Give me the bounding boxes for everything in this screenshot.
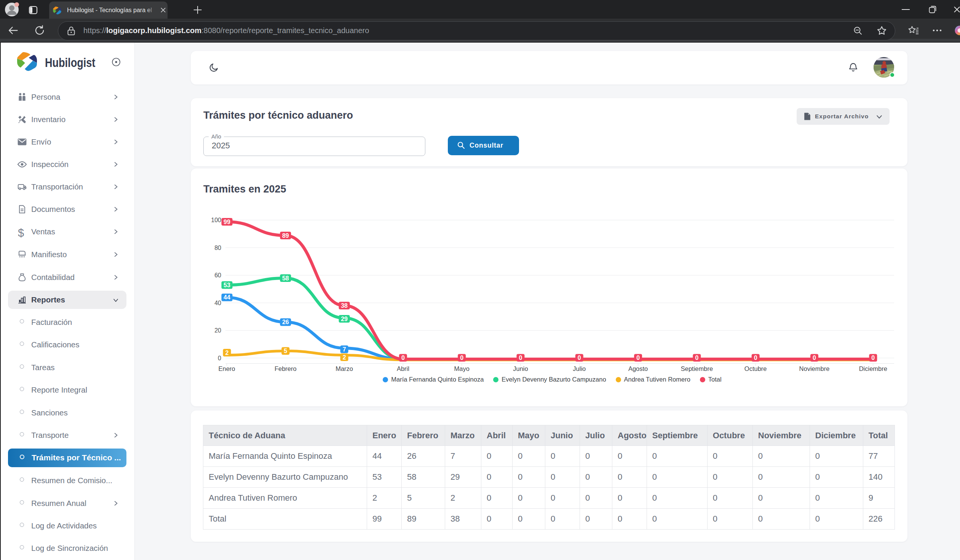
svg-text:99: 99: [224, 219, 230, 225]
svg-text:40: 40: [214, 300, 221, 306]
svg-text:60: 60: [214, 272, 221, 279]
svg-text:Diciembre: Diciembre: [859, 365, 887, 372]
svg-text:2: 2: [343, 354, 346, 361]
svg-text:0: 0: [695, 354, 698, 361]
svg-text:0: 0: [578, 354, 581, 361]
svg-text:0: 0: [519, 354, 522, 361]
svg-text:5: 5: [284, 348, 287, 354]
svg-text:0: 0: [813, 354, 816, 361]
svg-text:38: 38: [341, 302, 348, 309]
svg-text:0: 0: [402, 354, 405, 361]
svg-text:20: 20: [214, 327, 221, 333]
svg-text:Abril: Abril: [397, 365, 410, 372]
svg-text:7: 7: [343, 346, 346, 353]
svg-text:26: 26: [282, 319, 289, 325]
svg-text:Enero: Enero: [218, 365, 235, 372]
svg-text:Septiembre: Septiembre: [681, 365, 713, 372]
svg-text:89: 89: [282, 233, 289, 239]
svg-text:0: 0: [218, 355, 221, 361]
svg-text:Agosto: Agosto: [628, 365, 648, 372]
svg-text:53: 53: [224, 282, 230, 288]
svg-text:58: 58: [282, 275, 289, 281]
svg-text:Febrero: Febrero: [275, 365, 297, 372]
svg-text:29: 29: [341, 316, 348, 322]
svg-text:0: 0: [460, 354, 464, 361]
svg-text:Julio: Julio: [573, 365, 586, 372]
svg-text:Octubre: Octubre: [744, 365, 767, 372]
svg-text:0: 0: [871, 354, 875, 361]
svg-text:100: 100: [211, 217, 221, 223]
svg-text:44: 44: [224, 294, 230, 300]
svg-text:Mayo: Mayo: [454, 365, 470, 372]
svg-text:Noviembre: Noviembre: [799, 365, 830, 372]
svg-text:Junio: Junio: [513, 365, 528, 372]
svg-text:0: 0: [754, 354, 757, 361]
svg-text:Marzo: Marzo: [336, 365, 353, 372]
svg-text:0: 0: [636, 354, 640, 361]
svg-text:2: 2: [226, 349, 229, 356]
svg-text:80: 80: [214, 245, 221, 251]
